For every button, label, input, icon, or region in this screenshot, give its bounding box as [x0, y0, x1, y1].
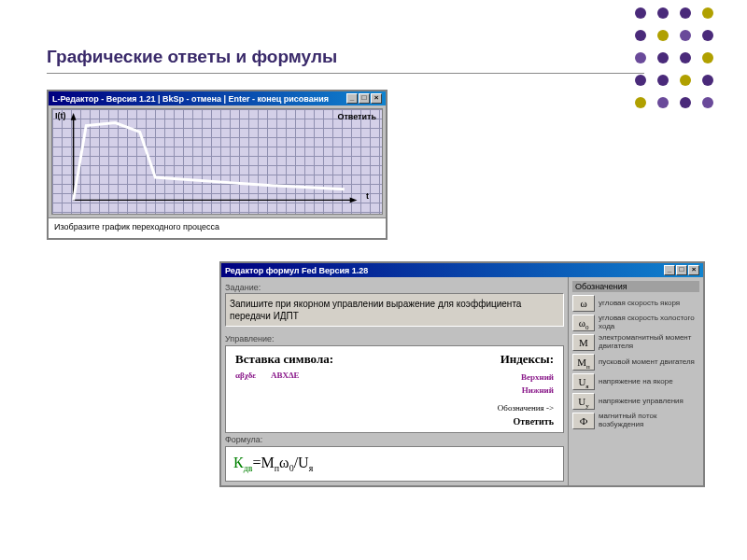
controls-panel: Вставка символа: αβχδε ΑΒΧΔΕ Индексы: Ве… [225, 345, 564, 433]
graph-grid[interactable]: I(t) t Ответить [51, 108, 383, 215]
notation-description: электромагнитный момент двигателя [599, 334, 699, 351]
graph-canvas-area[interactable]: I(t) t Ответить [49, 105, 386, 217]
deco-dot [702, 97, 713, 108]
subscript-link[interactable]: Нижний [498, 384, 554, 397]
deco-dot [657, 30, 669, 41]
notation-description: угловая скорость холостого хода [599, 315, 699, 331]
notation-item: Мэлектромагнитный момент двигателя [572, 334, 699, 351]
graph-answer-button[interactable]: Ответить [337, 112, 376, 121]
notation-symbol-button[interactable]: Ф [572, 413, 595, 429]
formula-window-title: Редактор формул Fed Версия 1.28 [225, 266, 368, 275]
deco-dot [680, 75, 691, 86]
maximize-button[interactable]: □ [359, 93, 370, 104]
graph-editor-window: L-Редактор - Версия 1.21 | BkSp - отмена… [47, 90, 388, 240]
y-axis-label: I(t) [55, 111, 66, 120]
close-button[interactable]: × [688, 265, 699, 275]
deco-dot [702, 30, 713, 41]
deco-dot [680, 97, 691, 108]
deco-dot [702, 75, 713, 86]
formula-label: Формула: [225, 435, 564, 444]
greek-uppercase-link[interactable]: ΑΒΧΔΕ [271, 371, 300, 380]
controls-label: Управление: [225, 334, 564, 343]
notation-list: ωугловая скорость якоряω0угловая скорост… [572, 295, 699, 429]
svg-marker-3 [350, 197, 358, 203]
notation-header: Обозначения [572, 281, 699, 292]
page-title: Графические ответы и формулы [47, 47, 337, 67]
maximize-button[interactable]: □ [676, 265, 687, 275]
graph-instruction: Изобразите график переходного процесса [49, 217, 386, 238]
x-axis-label: t [366, 191, 369, 201]
notation-item: Мппусковой момент двигателя [572, 354, 699, 371]
deco-dot [657, 97, 669, 108]
notation-symbol-button[interactable]: Uя [572, 373, 595, 390]
minimize-button[interactable]: _ [346, 93, 358, 104]
notation-symbol-button[interactable]: ω [572, 295, 595, 312]
task-text: Запишите при якорном управлении выражени… [225, 293, 564, 327]
notation-symbol-button[interactable]: М [572, 334, 595, 351]
notation-description: пусковой момент двигателя [599, 358, 699, 367]
notation-description: магнитный поток возбуждения [599, 413, 699, 429]
deco-dot [680, 30, 691, 41]
superscript-link[interactable]: Верхний [498, 371, 554, 384]
notation-item: Фмагнитный поток возбуждения [572, 413, 699, 429]
notation-item: Uунапряжение управления [572, 393, 699, 410]
deco-dot [657, 7, 669, 19]
deco-dot [680, 7, 691, 19]
notation-sidebar: Обозначения ωугловая скорость якоряω0угл… [568, 277, 703, 485]
graph-window-titlebar[interactable]: L-Редактор - Версия 1.21 | BkSp - отмена… [49, 91, 386, 105]
notation-item: ω0угловая скорость холостого хода [572, 315, 699, 331]
title-underline [47, 73, 644, 74]
graph-window-title: L-Редактор - Версия 1.21 | BkSp - отмена… [52, 94, 329, 104]
deco-dot [680, 52, 691, 63]
deco-dot [635, 52, 646, 63]
formula-answer-button[interactable]: Ответить [498, 416, 554, 427]
notation-symbol-button[interactable]: Мп [572, 354, 595, 371]
formula-input[interactable]: Кдв=Мпω0/Uя [225, 446, 564, 482]
notation-description: напряжение на якоре [599, 378, 699, 386]
deco-dot [635, 97, 646, 108]
decorative-dots [635, 7, 719, 114]
task-label: Задание: [225, 283, 564, 292]
minimize-button[interactable]: _ [664, 265, 675, 275]
insert-symbol-title: Вставка символа: [235, 352, 333, 367]
deco-dot [657, 75, 669, 86]
formula-editor-window: Редактор формул Fed Версия 1.28 _ □ × За… [219, 261, 705, 487]
notation-item: Uянапряжение на якоре [572, 373, 699, 390]
formula-window-titlebar[interactable]: Редактор формул Fed Версия 1.28 _ □ × [221, 263, 703, 277]
deco-dot [657, 52, 669, 63]
indexes-title: Индексы: [498, 352, 554, 367]
deco-dot [635, 7, 646, 19]
svg-marker-1 [71, 113, 77, 120]
greek-lowercase-link[interactable]: αβχδε [235, 371, 256, 380]
deco-dot [702, 7, 713, 19]
notation-symbol-button[interactable]: Uу [572, 393, 595, 410]
notation-description: угловая скорость якоря [599, 300, 699, 308]
notation-link[interactable]: Обозначения -> [498, 403, 554, 413]
notation-description: напряжение управления [599, 398, 699, 406]
close-button[interactable]: × [371, 93, 382, 104]
deco-dot [635, 30, 646, 41]
notation-symbol-button[interactable]: ω0 [572, 315, 595, 331]
deco-dot [635, 75, 646, 86]
notation-item: ωугловая скорость якоря [572, 295, 699, 312]
graph-curve [52, 109, 382, 214]
deco-dot [702, 52, 713, 63]
